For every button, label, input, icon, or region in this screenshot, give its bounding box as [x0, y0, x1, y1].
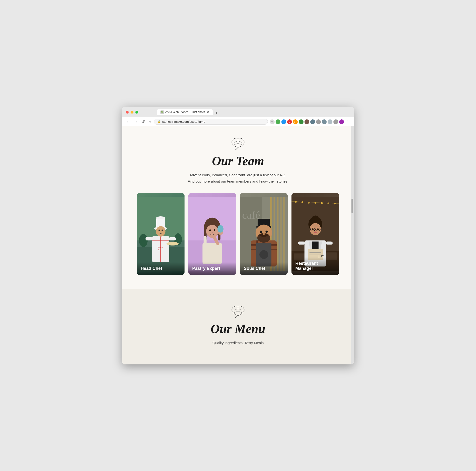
scrollbar-track — [351, 126, 354, 364]
browser-toolbar: ← → ↺ ⌂ 🔒 stories.rtmake.com/astra/?amp … — [122, 117, 354, 126]
svg-rect-38 — [277, 197, 278, 271]
svg-point-3 — [139, 234, 148, 247]
new-tab-button[interactable]: + — [214, 111, 219, 115]
svg-rect-21 — [203, 243, 222, 264]
extension-icon-4[interactable]: 17 — [293, 119, 298, 124]
toolbar-icons: ☆ O 17 ⋮ — [270, 119, 351, 124]
pastry-expert-label: Pastry Expert — [188, 262, 236, 275]
active-tab[interactable]: 🌿 Astra Web Stories – Just anoth ✕ — [157, 109, 213, 115]
decorative-leaf-icon — [137, 136, 339, 151]
maximize-button[interactable] — [135, 111, 138, 114]
lock-icon: 🔒 — [157, 120, 161, 123]
svg-point-47 — [259, 250, 268, 259]
svg-rect-14 — [146, 237, 153, 241]
svg-rect-39 — [280, 197, 282, 271]
svg-point-16 — [167, 242, 178, 246]
tab-title: Astra Web Stories – Just anoth — [165, 110, 205, 114]
user-avatar[interactable] — [339, 119, 344, 124]
address-bar[interactable]: 🔒 stories.rtmake.com/astra/?amp — [154, 119, 268, 125]
svg-point-60 — [308, 202, 309, 203]
svg-rect-32 — [204, 236, 207, 245]
minimize-button[interactable] — [131, 111, 134, 114]
svg-rect-73 — [326, 242, 333, 245]
window-controls: 🌿 Astra Web Stories – Just anoth ✕ + — [126, 109, 350, 115]
address-url: stories.rtmake.com/astra/?amp — [162, 120, 205, 124]
back-button[interactable]: ← — [125, 119, 131, 124]
extension-icon-7[interactable] — [310, 119, 315, 124]
svg-rect-40 — [283, 197, 285, 271]
team-title: Our Team — [137, 154, 339, 168]
tab-bar: 🌿 Astra Web Stories – Just anoth ✕ + — [157, 109, 219, 115]
team-card-head-chef[interactable]: Venezia Ice Head Chef — [137, 193, 185, 275]
extension-icon-2[interactable] — [281, 119, 286, 124]
svg-point-89 — [314, 232, 317, 233]
refresh-button[interactable]: ↺ — [141, 119, 146, 124]
team-card-sous-chef[interactable]: café — [240, 193, 288, 275]
scrollbar-thumb[interactable] — [352, 199, 353, 213]
forward-button[interactable]: → — [133, 119, 139, 124]
svg-point-27 — [214, 229, 215, 231]
svg-point-87 — [312, 228, 314, 230]
svg-text:Venezia: Venezia — [157, 247, 163, 249]
svg-rect-72 — [298, 242, 305, 245]
tab-close-icon[interactable]: ✕ — [206, 110, 209, 114]
svg-point-64 — [334, 203, 336, 204]
svg-point-80 — [312, 216, 319, 220]
team-grid: Venezia Ice Head Chef — [137, 193, 339, 275]
svg-point-62 — [321, 202, 323, 204]
extension-icon-8[interactable] — [316, 119, 321, 124]
extension-icon-9[interactable] — [322, 119, 327, 124]
menu-icon[interactable]: ⋮ — [345, 119, 351, 124]
svg-point-28 — [211, 232, 213, 233]
head-chef-label: Head Chef — [137, 262, 185, 275]
page-wrapper: Our Team Adventurous, Balanced, Cognizan… — [122, 126, 354, 364]
extension-icon-10[interactable] — [328, 119, 332, 124]
svg-point-58 — [295, 201, 297, 203]
restaurant-manager-label: Restaurant Manager — [291, 257, 339, 275]
menu-section: Our Menu Quality Ingredients, Tasty Meal… — [122, 290, 354, 364]
svg-text:café: café — [242, 209, 260, 221]
svg-point-26 — [209, 229, 211, 231]
svg-point-31 — [218, 225, 223, 233]
bookmark-icon[interactable]: ☆ — [270, 119, 275, 124]
svg-point-25 — [206, 225, 218, 238]
svg-point-11 — [156, 226, 166, 236]
svg-point-88 — [317, 228, 319, 230]
menu-decorative-leaf-icon — [137, 304, 339, 319]
team-section: Our Team Adventurous, Balanced, Cognizan… — [122, 126, 354, 290]
extension-icon-5[interactable] — [299, 119, 304, 124]
menu-subtitle: Quality Ingredients, Tasty Meals — [137, 340, 339, 346]
close-button[interactable] — [126, 111, 129, 114]
svg-point-63 — [327, 203, 329, 204]
menu-title: Our Menu — [137, 322, 339, 336]
svg-rect-15 — [169, 237, 176, 241]
team-card-pastry-expert[interactable]: Pastry Expert — [188, 193, 236, 275]
svg-point-12 — [158, 230, 160, 231]
svg-point-13 — [162, 230, 163, 231]
extension-icon-3[interactable]: O — [287, 119, 292, 124]
sous-chef-label: Sous Chef — [240, 262, 288, 275]
svg-point-61 — [314, 202, 316, 204]
svg-point-54 — [265, 231, 268, 233]
team-subtitle: Adventurous, Balanced, Cognizant..are ju… — [137, 172, 339, 184]
extension-icon-6[interactable] — [305, 119, 309, 124]
svg-point-10 — [156, 216, 165, 219]
browser-window: 🌿 Astra Web Stories – Just anoth ✕ + ← →… — [122, 107, 354, 364]
svg-point-59 — [301, 201, 303, 203]
svg-point-53 — [260, 231, 262, 233]
tab-favicon: 🌿 — [160, 110, 164, 114]
svg-point-55 — [263, 233, 265, 235]
home-button[interactable]: ⌂ — [148, 119, 152, 124]
team-card-restaurant-manager[interactable]: 日本 — [291, 193, 339, 275]
extension-icon-1[interactable] — [276, 119, 280, 124]
extension-icon-11[interactable] — [333, 119, 338, 124]
page-content: Our Team Adventurous, Balanced, Cognizan… — [122, 126, 354, 364]
browser-titlebar: 🌿 Astra Web Stories – Just anoth ✕ + — [122, 107, 354, 117]
svg-text:Ice: Ice — [158, 249, 160, 251]
